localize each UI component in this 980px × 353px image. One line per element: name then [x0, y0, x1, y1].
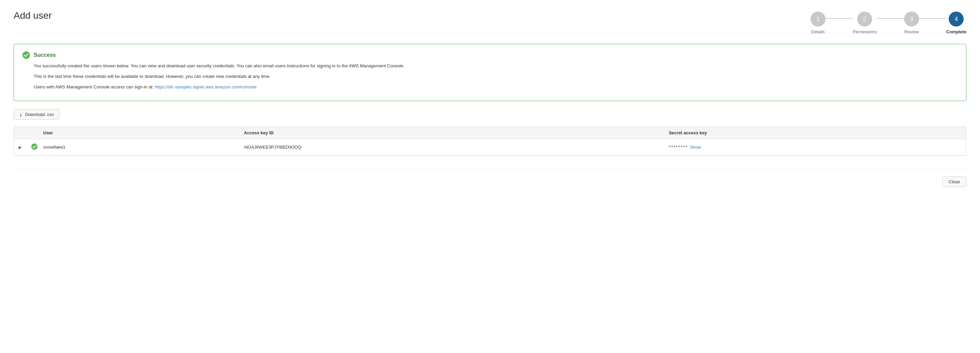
- step-1-circle: 1: [811, 11, 826, 27]
- step-connector-3: [919, 18, 946, 19]
- close-button[interactable]: Close: [942, 176, 966, 187]
- svg-point-0: [22, 51, 30, 59]
- row-status-icon: [31, 143, 38, 150]
- signin-prefix: Users with AWS Management Console access…: [34, 84, 155, 89]
- col-status: [26, 127, 38, 139]
- close-label: Close: [949, 179, 960, 184]
- secret-key-cell: ******** Show: [664, 139, 966, 156]
- step-connector-1: [826, 18, 853, 19]
- download-csv-button[interactable]: ⭳ Download .csv: [14, 109, 59, 120]
- step-3-number: 3: [910, 16, 913, 23]
- secret-key-asterisks: ********: [669, 145, 688, 149]
- access-key-id-cell: AKIAJ6WEE3PJYBBZNOOQ: [239, 139, 664, 156]
- step-2: 2 Permissions: [853, 11, 877, 34]
- page-header: Add user 1 Details 2 Permissions 3 Revie…: [14, 10, 966, 34]
- col-expand: [14, 127, 26, 139]
- signin-url-link[interactable]: https://sfc-samples.signin.aws.amazon.co…: [155, 84, 256, 89]
- show-secret-key-link[interactable]: Show: [690, 145, 701, 149]
- col-user: User: [38, 127, 239, 139]
- table-row: ▶ snowflake1 AKIAJ6WEE3PJYBBZNOOQ ******…: [14, 139, 966, 156]
- step-2-circle: 2: [857, 11, 872, 27]
- step-3-circle: 3: [904, 11, 919, 27]
- step-4-label: Complete: [946, 29, 966, 34]
- success-title: Success: [34, 52, 56, 58]
- step-2-number: 2: [863, 16, 866, 23]
- step-1: 1 Details: [811, 11, 826, 34]
- success-header: Success: [22, 51, 958, 59]
- step-1-label: Details: [811, 29, 825, 34]
- step-connector-2: [877, 18, 904, 19]
- step-3-label: Review: [904, 29, 919, 34]
- success-signin: Users with AWS Management Console access…: [34, 84, 958, 91]
- expand-arrow-icon[interactable]: ▶: [19, 145, 21, 149]
- table-header-row: User Access key ID Secret access key: [14, 127, 966, 139]
- svg-point-1: [31, 143, 37, 149]
- success-box: Success You successfully created the use…: [14, 44, 966, 101]
- step-4-number: 4: [955, 16, 958, 23]
- col-secret-access-key: Secret access key: [664, 127, 966, 139]
- username-cell: snowflake1: [38, 139, 239, 156]
- table-body: ▶ snowflake1 AKIAJ6WEE3PJYBBZNOOQ ******…: [14, 139, 966, 156]
- success-line2: This is the last time these credentials …: [34, 73, 958, 80]
- expand-cell[interactable]: ▶: [14, 139, 26, 156]
- secret-key-content: ******** Show: [669, 145, 961, 149]
- step-3: 3 Review: [904, 11, 919, 34]
- users-table-container: User Access key ID Secret access key ▶: [14, 127, 966, 156]
- download-label: Download .csv: [25, 112, 54, 117]
- status-cell: [26, 139, 38, 156]
- step-1-number: 1: [816, 16, 820, 23]
- step-4-circle: 4: [949, 11, 964, 27]
- users-table: User Access key ID Secret access key ▶: [14, 127, 966, 156]
- table-header: User Access key ID Secret access key: [14, 127, 966, 139]
- page-footer: Close: [14, 169, 966, 187]
- step-2-label: Permissions: [853, 29, 877, 34]
- col-access-key-id: Access key ID: [239, 127, 664, 139]
- page-title: Add user: [14, 10, 52, 21]
- download-icon: ⭳: [19, 112, 23, 117]
- success-body: You successfully created the users shown…: [34, 63, 958, 91]
- stepper: 1 Details 2 Permissions 3 Review 4 Co: [811, 11, 966, 34]
- step-4: 4 Complete: [946, 11, 966, 34]
- success-check-icon: [22, 51, 30, 59]
- success-line1: You successfully created the users shown…: [34, 63, 958, 70]
